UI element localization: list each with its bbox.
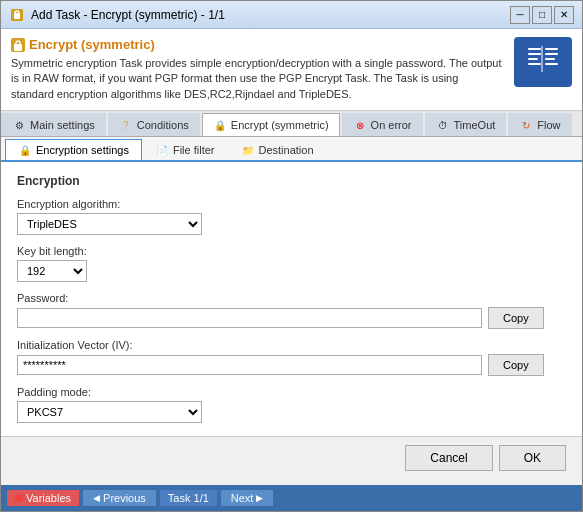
minimize-button[interactable]: ─ [510, 6, 530, 24]
lock-tab-icon: 🔒 [213, 118, 227, 132]
svg-rect-9 [545, 53, 558, 55]
question-icon: ? [119, 118, 133, 132]
key-field-group: Key bit length: 64 128 192 256 [17, 245, 566, 282]
task-label: Task 1/1 [160, 490, 217, 506]
key-label: Key bit length: [17, 245, 566, 257]
header-content: Encrypt (symmetric) Symmetric encryption… [11, 37, 504, 102]
svg-rect-13 [545, 63, 558, 65]
password-field-group: Password: Copy [17, 292, 566, 329]
lock-sub-icon: 🔒 [18, 143, 32, 157]
algorithm-label: Encryption algorithm: [17, 198, 566, 210]
tab-on-error[interactable]: ⊗ On error [342, 113, 423, 136]
main-window: Add Task - Encrypt (symmetric) - 1/1 ─ □… [0, 0, 583, 512]
password-row: Copy [17, 307, 566, 329]
svg-rect-6 [528, 53, 541, 55]
content-area: Encryption Encryption algorithm: TripleD… [1, 162, 582, 436]
header-section: Encrypt (symmetric) Symmetric encryption… [1, 29, 582, 111]
password-label: Password: [17, 292, 566, 304]
algorithm-select[interactable]: TripleDES DES RC2 Rijndael [17, 213, 202, 235]
maximize-button[interactable]: □ [532, 6, 552, 24]
action-buttons: Cancel OK [17, 445, 566, 471]
iv-input[interactable] [17, 355, 482, 375]
padding-label: Padding mode: [17, 386, 566, 398]
close-button[interactable]: ✕ [554, 6, 574, 24]
gear-icon: ⚙ [12, 118, 26, 132]
window-icon [9, 7, 25, 23]
header-logo [514, 37, 572, 87]
window-controls: ─ □ ✕ [510, 6, 574, 24]
svg-rect-5 [528, 48, 541, 50]
subtab-destination[interactable]: 📁 Destination [228, 139, 327, 160]
footer-area: Cancel OK [1, 436, 582, 485]
iv-label: Initialization Vector (IV): [17, 339, 566, 351]
ok-button[interactable]: OK [499, 445, 566, 471]
section-title: Encryption [17, 174, 566, 188]
svg-rect-7 [528, 58, 538, 60]
padding-select[interactable]: PKCS7 None Zeros ANSIX923 ISO10126 [17, 401, 202, 423]
error-icon: ⊗ [353, 118, 367, 132]
svg-rect-8 [545, 48, 558, 50]
sub-tabs: 🔒 Encryption settings 📄 File filter 📁 De… [1, 137, 582, 162]
circle-icon [15, 494, 23, 502]
folder-icon: 📁 [241, 143, 255, 157]
clock-icon: ⏱ [436, 118, 450, 132]
key-select[interactable]: 64 128 192 256 [17, 260, 87, 282]
password-input[interactable] [17, 308, 482, 328]
variables-button[interactable]: Variables [7, 490, 79, 506]
title-bar: Add Task - Encrypt (symmetric) - 1/1 ─ □… [1, 1, 582, 29]
next-button[interactable]: Next ▶ [221, 490, 274, 506]
nav-tabs: ⚙ Main settings ? Conditions 🔒 Encrypt (… [1, 111, 582, 137]
window-title: Add Task - Encrypt (symmetric) - 1/1 [31, 8, 510, 22]
lock-icon [11, 38, 25, 52]
svg-rect-10 [545, 58, 555, 60]
tab-flow[interactable]: ↻ Flow [508, 113, 571, 136]
tab-encrypt-symmetric[interactable]: 🔒 Encrypt (symmetric) [202, 113, 340, 136]
padding-field-group: Padding mode: PKCS7 None Zeros ANSIX923 … [17, 386, 566, 423]
header-title-text: Encrypt (symmetric) [29, 37, 155, 52]
svg-rect-12 [528, 63, 541, 65]
cancel-button[interactable]: Cancel [405, 445, 492, 471]
previous-button[interactable]: ◀ Previous [83, 490, 156, 506]
subtab-encryption-settings[interactable]: 🔒 Encryption settings [5, 139, 142, 160]
copy-iv-button[interactable]: Copy [488, 354, 544, 376]
filter-icon: 📄 [155, 143, 169, 157]
tab-main-settings[interactable]: ⚙ Main settings [1, 113, 106, 136]
subtab-file-filter[interactable]: 📄 File filter [142, 139, 228, 160]
header-description: Symmetric encryption Task provides simpl… [11, 56, 504, 102]
algorithm-field-group: Encryption algorithm: TripleDES DES RC2 … [17, 198, 566, 235]
bottom-bar: Variables ◀ Previous Task 1/1 Next ▶ [1, 485, 582, 511]
svg-rect-4 [16, 41, 20, 46]
right-arrow-icon: ▶ [256, 493, 263, 503]
copy-password-button[interactable]: Copy [488, 307, 544, 329]
tab-timeout[interactable]: ⏱ TimeOut [425, 113, 507, 136]
header-title: Encrypt (symmetric) [11, 37, 504, 52]
tab-conditions[interactable]: ? Conditions [108, 113, 200, 136]
iv-row: Copy [17, 354, 566, 376]
iv-field-group: Initialization Vector (IV): Copy [17, 339, 566, 376]
left-arrow-icon: ◀ [93, 493, 100, 503]
svg-rect-3 [14, 44, 22, 51]
flow-icon: ↻ [519, 118, 533, 132]
